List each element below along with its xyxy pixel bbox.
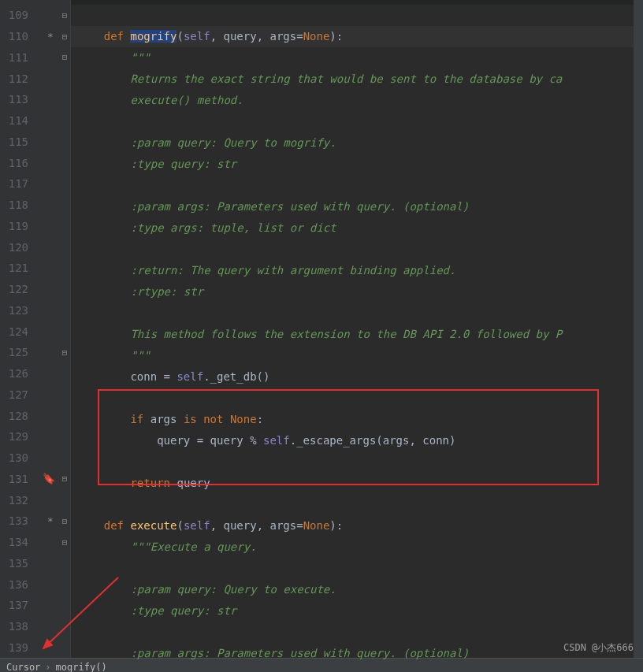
line-number: 119: [0, 220, 33, 232]
modified-icon: *: [47, 515, 54, 527]
line-number: 131: [0, 473, 33, 485]
line-number: 113: [0, 93, 33, 106]
chevron-right-icon: ›: [45, 662, 50, 673]
line-number: 134: [0, 536, 33, 548]
line-number: 117: [0, 177, 33, 190]
fold-open-icon[interactable]: ⊟: [60, 537, 69, 548]
line-number: 132: [0, 494, 33, 507]
line-number: 129: [0, 430, 33, 443]
line-number: 139: [0, 641, 33, 654]
code-text-area[interactable]: def mogrify(self, query, args=None): """…: [71, 0, 643, 658]
scrollbar[interactable]: [634, 0, 643, 658]
line-number: 122: [0, 283, 33, 295]
code-editor: 109⊟ 110*⊟ 111⊟ 112 113 114 115 116 117 …: [0, 0, 643, 658]
line-number: 136: [0, 578, 33, 591]
bookmark-icon[interactable]: 🔖: [43, 473, 55, 485]
line-number: 116: [0, 157, 33, 169]
fold-close-icon[interactable]: ⊟: [60, 473, 69, 484]
modified-icon: *: [47, 31, 54, 43]
line-number: 118: [0, 199, 33, 211]
line-number: 127: [0, 388, 33, 401]
line-number: 110: [0, 30, 33, 43]
line-number: 128: [0, 410, 33, 422]
watermark: CSDN @小杰666: [563, 641, 634, 655]
fold-close-icon[interactable]: ⊟: [60, 347, 69, 358]
line-number: 124: [0, 325, 33, 338]
line-number: 123: [0, 304, 33, 317]
line-number: 137: [0, 599, 33, 611]
line-number: 125: [0, 346, 33, 358]
fold-open-icon[interactable]: ⊟: [60, 32, 69, 42]
fold-open-icon[interactable]: ⊟: [60, 516, 69, 526]
line-number: 114: [0, 114, 33, 127]
line-number: 115: [0, 136, 33, 148]
gutter: 109⊟ 110*⊟ 111⊟ 112 113 114 115 116 117 …: [0, 0, 71, 658]
line-number: 126: [0, 367, 33, 380]
line-number: 120: [0, 241, 33, 254]
line-number: 109: [0, 9, 33, 21]
line-number: 138: [0, 620, 33, 633]
line-number: 111: [0, 51, 33, 64]
line-number: 135: [0, 557, 33, 570]
crumb-cursor[interactable]: Cursor: [6, 662, 40, 673]
fold-close-icon[interactable]: ⊟: [60, 10, 69, 20]
line-number: 112: [0, 72, 33, 85]
line-number: 130: [0, 451, 33, 464]
fold-open-icon[interactable]: ⊟: [60, 52, 69, 62]
line-number: 133: [0, 514, 33, 527]
line-number: 121: [0, 262, 33, 274]
